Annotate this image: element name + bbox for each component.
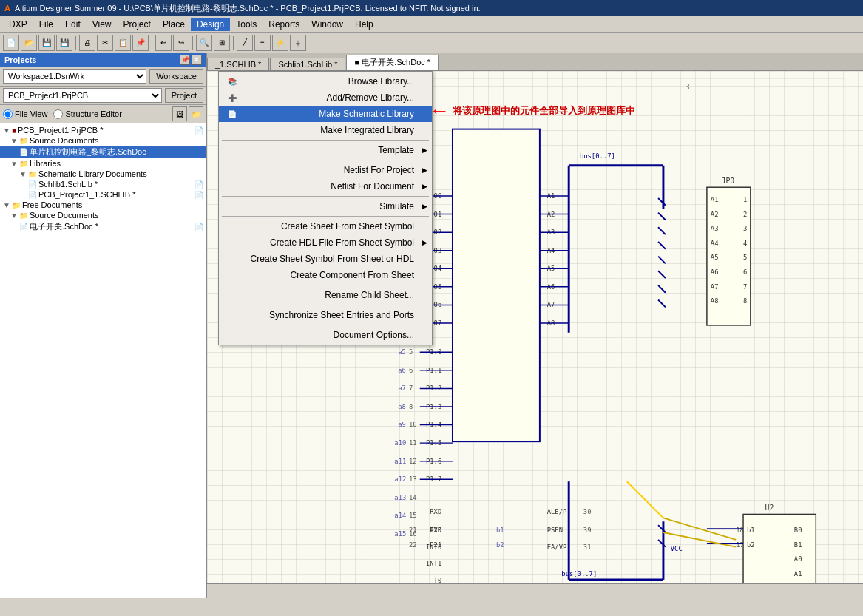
svg-text:7: 7 [743, 283, 747, 291]
svg-text:a13: a13 [394, 494, 406, 501]
add-remove-library-item[interactable]: ➕ Add/Remove Library... [219, 89, 432, 106]
tree-schlib-docs[interactable]: ▼ 📁 Schematic Library Documents [0, 169, 206, 179]
svg-text:JP0: JP0 [722, 177, 735, 185]
tree-source-docs-1[interactable]: ▼ 📁 Source Documents [0, 135, 206, 146]
tb-save[interactable]: 💾 [38, 35, 55, 51]
tab-schematic[interactable]: ■ 电子开关.SchDoc * [346, 55, 439, 70]
tb-wire[interactable]: ╱ [237, 35, 253, 51]
create-component-item[interactable]: Create Component From Sheet [219, 267, 432, 283]
status-bar [207, 583, 863, 598]
tab-schlib1[interactable]: _1.SCHLIB * [207, 58, 269, 70]
panel-header-buttons: 📌 ✕ [180, 55, 202, 65]
create-hdl-item[interactable]: Create HDL File From Sheet Symbol [219, 234, 432, 251]
tb-print[interactable]: 🖨 [79, 35, 95, 51]
menu-window[interactable]: Window [305, 18, 349, 31]
sep1 [222, 140, 429, 141]
tb-redo[interactable]: ↪ [173, 35, 189, 51]
file-view-label: File View [15, 109, 47, 118]
make-schematic-library-item[interactable]: 📄 Make Schematic Library [219, 106, 432, 122]
view-icon-2[interactable]: 📁 [189, 106, 203, 121]
svg-text:4: 4 [743, 240, 747, 247]
tb-save-all[interactable]: 💾 [56, 35, 72, 51]
tb-net[interactable]: ≡ [254, 35, 271, 51]
tree-free-source[interactable]: ▼ 📁 Source Documents [0, 210, 206, 220]
svg-text:12: 12 [409, 458, 417, 465]
menu-file[interactable]: File [33, 18, 59, 31]
create-sheet-symbol-item[interactable]: Create Sheet Symbol From Sheet or HDL [219, 251, 432, 267]
svg-line-112 [658, 242, 666, 249]
svg-text:5: 5 [743, 254, 747, 261]
svg-text:a15: a15 [394, 530, 406, 538]
tree-schlib2[interactable]: 📄 PCB_Project1_1.SCHLIB * 📄 [0, 189, 206, 200]
tb-undo[interactable]: ↩ [155, 35, 172, 51]
tb-zoom[interactable]: 🔍 [196, 35, 212, 51]
tb-open[interactable]: 📂 [21, 35, 37, 51]
menu-view[interactable]: View [87, 18, 118, 31]
svg-text:13: 13 [409, 475, 417, 483]
svg-text:30: 30 [583, 508, 592, 515]
svg-text:b2: b2 [496, 541, 504, 549]
svg-text:3: 3 [685, 82, 690, 92]
menu-help[interactable]: Help [349, 18, 379, 31]
sync-entries-item[interactable]: Synchronize Sheet Entries and Ports [219, 307, 432, 323]
svg-text:B1: B1 [794, 541, 802, 549]
rename-child-item[interactable]: Rename Child Sheet... [219, 287, 432, 303]
panel-close-btn[interactable]: ✕ [192, 55, 202, 65]
tab-schlib2[interactable]: Schlib1.SchLib * [270, 58, 345, 70]
create-sheet-item[interactable]: Create Sheet From Sheet Symbol [219, 218, 432, 234]
tb-paste[interactable]: 📌 [132, 35, 149, 51]
file-view-radio[interactable]: File View [3, 109, 47, 119]
svg-text:a7: a7 [398, 385, 406, 392]
svg-line-115 [658, 285, 666, 293]
menu-place[interactable]: Place [157, 18, 191, 31]
svg-line-116 [658, 300, 666, 308]
structure-view-radio[interactable]: Structure Editor [53, 109, 121, 119]
svg-text:b1: b1 [496, 527, 504, 534]
netlist-project-item[interactable]: Netlist For Project [219, 162, 432, 178]
menu-tools[interactable]: Tools [230, 18, 263, 31]
svg-text:A3: A3 [711, 225, 719, 232]
tb-gnd[interactable]: ⏚ [290, 35, 306, 51]
svg-text:PSEN: PSEN [547, 527, 563, 534]
app-logo: A [4, 4, 10, 13]
panel-pin-btn[interactable]: 📌 [180, 55, 190, 65]
tree-item-project[interactable]: ▼ ■ PCB_Project1.PrjPCB * 📄 [0, 125, 206, 135]
tree-libraries[interactable]: ▼ 📁 Libraries [0, 158, 206, 169]
tree-sch-doc[interactable]: 📄 单片机控制电路_黎明志.SchDoc [0, 146, 206, 158]
workspace-dropdown[interactable]: Workspace1.DsnWrk [3, 69, 146, 84]
menu-project[interactable]: Project [118, 18, 157, 31]
menu-dxp[interactable]: DXP [3, 18, 33, 31]
browse-library-item[interactable]: 📚 Browse Library... [219, 73, 432, 89]
tb-new[interactable]: 📄 [3, 35, 19, 51]
menu-reports[interactable]: Reports [263, 18, 305, 31]
tb-sep2 [152, 36, 152, 50]
tb-fit[interactable]: ⊞ [214, 35, 230, 51]
simulate-item[interactable]: Simulate [219, 198, 432, 214]
tb-sep3 [192, 36, 193, 50]
netlist-document-item[interactable]: Netlist For Document [219, 178, 432, 194]
tb-cut[interactable]: ✂ [97, 35, 113, 51]
tb-vcc[interactable]: ⚡ [272, 35, 288, 51]
template-item[interactable]: Template [219, 142, 432, 158]
project-dropdown[interactable]: PCB_Project1.PrjPCB [3, 88, 162, 103]
title-text: Altium Designer Summer 09 - U:\PCB\单片机控制… [15, 3, 481, 14]
workspace-button[interactable]: Workspace [149, 69, 203, 84]
menu-edit[interactable]: Edit [59, 18, 87, 31]
view-icon-1[interactable]: 🖼 [172, 106, 187, 121]
tree-free-docs[interactable]: ▼ 📁 Free Documents [0, 200, 206, 210]
document-options-item[interactable]: Document Options... [219, 327, 432, 343]
svg-text:14: 14 [409, 494, 417, 501]
svg-text:B0: B0 [794, 527, 802, 534]
tree-schlib1[interactable]: 📄 Schlib1.SchLib * 📄 [0, 179, 206, 189]
make-integrated-library-item[interactable]: Make Integrated Library [219, 122, 432, 138]
tb-copy[interactable]: 📋 [115, 35, 131, 51]
menu-design[interactable]: Design [191, 18, 230, 31]
toolbar: 📄 📂 💾 💾 🖨 ✂ 📋 📌 ↩ ↪ 🔍 ⊞ ╱ ≡ ⚡ ⏚ [0, 33, 863, 53]
schematic-area[interactable]: _1.SCHLIB * Schlib1.SchLib * ■ 电子开关.SchD… [207, 53, 863, 598]
view-toggle: File View Structure Editor 🖼 📁 [0, 105, 206, 123]
menu-bar: DXP File Edit View Project Place Design … [0, 16, 863, 33]
sep5 [222, 285, 429, 285]
project-button[interactable]: Project [165, 88, 203, 103]
tree-switch-doc[interactable]: 📄 电子开关.SchDoc * 📄 [0, 220, 206, 233]
svg-text:3: 3 [743, 225, 747, 232]
